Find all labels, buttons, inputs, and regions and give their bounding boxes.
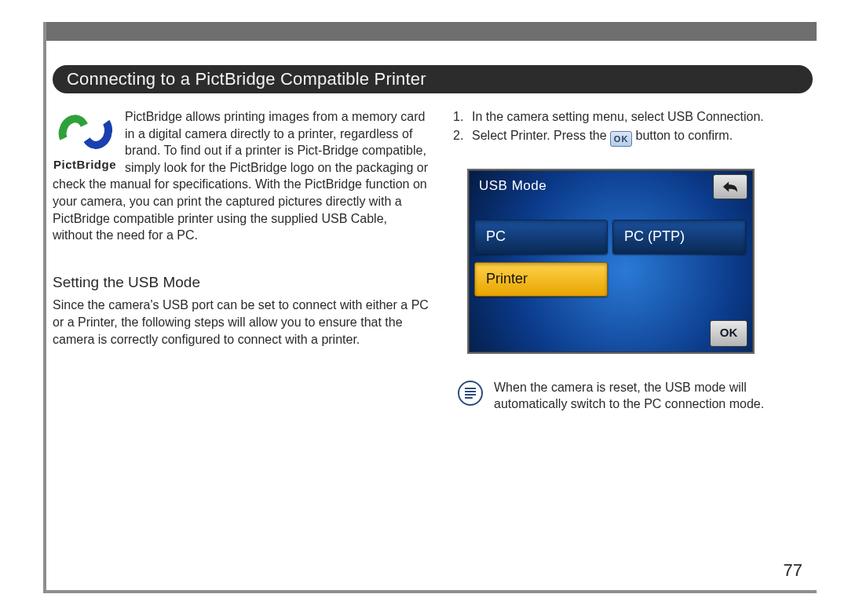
section-heading: Connecting to a PictBridge Compatible Pr… <box>53 65 813 93</box>
step-2-text-b: button to confirm. <box>632 129 733 142</box>
pictbridge-logo: PictBridge <box>53 110 117 173</box>
back-arrow-icon <box>722 180 739 194</box>
page-frame: Connecting to a PictBridge Compatible Pr… <box>43 22 817 593</box>
subheading-usb-mode: Setting the USB Mode <box>53 272 429 293</box>
camera-lcd-screenshot: USB Mode PC PC (PTP) Printer OK <box>469 170 753 352</box>
page-top-bar <box>46 22 817 41</box>
usb-mode-option-printer[interactable]: Printer <box>474 262 608 297</box>
steps-list: 1. In the camera setting menu, select US… <box>453 108 813 147</box>
lcd-header: USB Mode <box>470 171 752 202</box>
step-2: 2. Select Printer. Press the OK button t… <box>453 127 813 147</box>
step-2-number: 2. <box>453 127 467 147</box>
pictbridge-logo-label: PictBridge <box>53 157 117 173</box>
page-number: 77 <box>784 560 802 581</box>
step-1-text: In the camera setting menu, select USB C… <box>472 108 764 126</box>
back-button[interactable] <box>713 174 747 199</box>
ok-button-icon: OK <box>610 131 632 147</box>
right-column: 1. In the camera setting menu, select US… <box>453 108 813 413</box>
usb-mode-option-pc[interactable]: PC <box>474 220 608 254</box>
step-2-text-a: Select Printer. Press the <box>472 129 610 142</box>
pictbridge-logo-icon <box>53 110 117 155</box>
usb-mode-option-pc-ptp[interactable]: PC (PTP) <box>612 220 746 254</box>
step-1-number: 1. <box>453 108 467 126</box>
note-row: When the camera is reset, the USB mode w… <box>453 379 813 413</box>
usb-mode-paragraph: Since the camera's USB port can be set t… <box>53 297 429 348</box>
step-1: 1. In the camera setting menu, select US… <box>453 108 813 126</box>
content-area: PictBridge PictBridge allows printing im… <box>53 108 813 413</box>
note-icon <box>458 381 483 406</box>
note-text: When the camera is reset, the USB mode w… <box>494 379 813 413</box>
ok-button[interactable]: OK <box>710 320 747 347</box>
intro-block: PictBridge PictBridge allows printing im… <box>53 108 429 250</box>
left-column: PictBridge PictBridge allows printing im… <box>53 108 429 413</box>
lcd-title: USB Mode <box>479 177 546 195</box>
step-2-text: Select Printer. Press the OK button to c… <box>472 127 733 147</box>
